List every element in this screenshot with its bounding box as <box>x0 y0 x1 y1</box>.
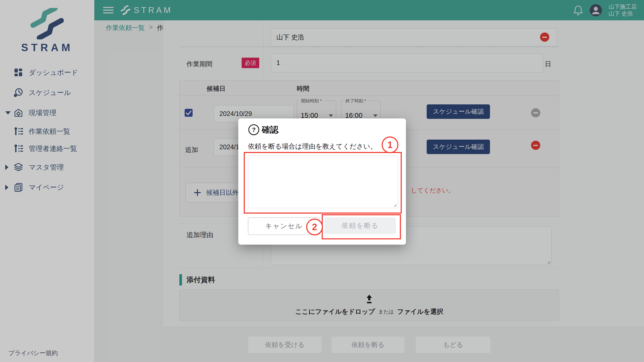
question-circle-icon: ? <box>248 124 259 135</box>
annotation-number-1: 1 <box>382 136 398 153</box>
annotation-box-2 <box>322 214 401 240</box>
dialog-title: 確認 <box>262 124 278 136</box>
dialog-message: 依頼を断る場合は理由を教えてください。 <box>248 142 377 151</box>
confirm-dialog: ? 確認 依頼を断る場合は理由を教えてください。 1 キャンセル 依頼を断る 2 <box>238 118 406 244</box>
app-root: STRAM ダッシュボード スケジュー <box>0 0 644 362</box>
annotation-box-1 <box>244 152 402 214</box>
annotation-number-2: 2 <box>306 219 323 236</box>
